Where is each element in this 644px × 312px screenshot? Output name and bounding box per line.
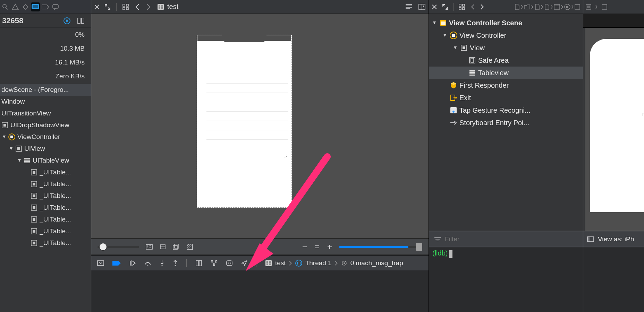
simulate-location-icon[interactable] [241, 260, 248, 267]
tree-uitableview-row[interactable]: UITableView [0, 155, 91, 166]
tree-cell-row[interactable]: _UITable... [0, 237, 91, 249]
outline-vc-row[interactable]: View Controller [429, 29, 583, 42]
grid-squares-icon[interactable] [122, 3, 129, 10]
tree-cell-row[interactable]: _UITable... [0, 166, 91, 178]
tree-cell-row[interactable]: _UITable... [0, 178, 91, 190]
outline-tableview-row[interactable]: Tableview [429, 67, 583, 79]
tree-transition-row[interactable]: UITransitionView [0, 107, 91, 119]
breakpoint-navigator-tab[interactable] [41, 2, 50, 11]
outline-entrypoint-row[interactable]: Storyboard Entry Poi... [429, 116, 583, 129]
toggle-debug-area-icon[interactable] [97, 260, 104, 266]
step-over-icon[interactable] [144, 260, 152, 267]
disclosure-triangle-icon[interactable] [8, 146, 14, 151]
svg-rect-116 [471, 58, 474, 62]
tree-cell-row[interactable]: _UITable... [0, 190, 91, 202]
stack-icon[interactable] [172, 243, 180, 250]
debug-navigator-tab[interactable] [31, 2, 40, 11]
sliver-canvas[interactable] [585, 28, 644, 246]
process-header-row[interactable]: 32658 [0, 14, 91, 28]
report-navigator-tab[interactable] [51, 2, 60, 11]
tree-uiview-row[interactable]: UIView [0, 143, 91, 155]
zoom-in-icon[interactable] [327, 244, 333, 250]
add-editor-icon[interactable] [418, 3, 426, 10]
tree-window-row[interactable]: Window [0, 96, 91, 107]
filter-icon[interactable] [434, 236, 441, 242]
forward-chevron-icon[interactable] [146, 3, 151, 10]
outline-safearea-row[interactable]: Safe Area [429, 54, 583, 67]
grid-squares-icon[interactable] [458, 3, 465, 10]
back-chevron-icon[interactable] [470, 4, 475, 10]
svg-rect-55 [146, 244, 152, 249]
breakpoints-toggle-icon[interactable] [112, 260, 121, 266]
hide-outline-icon[interactable] [587, 236, 594, 242]
find-navigator-tab[interactable] [1, 2, 10, 11]
layers-hatched-icon[interactable] [186, 243, 193, 250]
lldb-console[interactable]: (lldb) [429, 247, 583, 312]
resize-handle-icon[interactable] [284, 155, 287, 157]
network-stat-row[interactable]: Zero KB/s [0, 69, 91, 83]
zoom-slider[interactable] [339, 245, 422, 248]
test-navigator-tab[interactable] [21, 2, 30, 11]
debug-breadcrumb[interactable]: test Thread 1 0 mach_msg_trap [265, 259, 403, 267]
outline-exit-row[interactable]: Exit [429, 92, 583, 104]
close-tab-icon[interactable] [94, 4, 100, 10]
debug-view-hierarchy-icon[interactable] [195, 259, 203, 267]
tree-cell-row[interactable]: _UITable... [0, 214, 91, 225]
step-out-icon[interactable] [172, 260, 178, 267]
layer-slider[interactable] [98, 245, 139, 248]
selection-handle-icon[interactable] [643, 113, 644, 116]
outline-tapgesture-row[interactable]: Tap Gesture Recogni... [429, 104, 583, 116]
outline-view-row[interactable]: View [429, 42, 583, 54]
clip-content-icon[interactable] [145, 244, 153, 250]
svg-rect-71 [130, 261, 131, 266]
navigator-panel: 32658 0% 10.3 MB 16.1 MB/s Zero KB/s dow… [0, 0, 91, 312]
columns-icon[interactable] [77, 17, 85, 25]
bc-view-outline-icon[interactable] [601, 4, 608, 10]
outline-scene-row[interactable]: View Controller Scene [429, 17, 583, 29]
console-cursor [449, 250, 452, 258]
bc-scene-icon [554, 4, 560, 10]
compass-icon[interactable] [63, 17, 71, 25]
cpu-stat-row[interactable]: 0% [0, 28, 91, 42]
constraints-icon[interactable] [159, 244, 166, 250]
view-as-label[interactable]: View as: iPh [598, 235, 634, 243]
tree-cell-row[interactable]: _UITable... [0, 225, 91, 237]
disk-stat-row[interactable]: 16.1 MB/s [0, 55, 91, 69]
outline-breadcrumb[interactable] [514, 4, 580, 10]
issue-navigator-tab[interactable] [11, 2, 20, 11]
svg-rect-27 [33, 206, 35, 209]
back-chevron-icon[interactable] [135, 3, 140, 10]
close-tab-icon[interactable] [432, 4, 437, 10]
jump-bar-file[interactable]: test [157, 3, 178, 11]
outline-filter-input[interactable] [445, 235, 578, 243]
memory-graph-icon[interactable] [210, 260, 218, 267]
interface-builder-canvas[interactable] [91, 14, 429, 254]
zoom-fit-icon[interactable] [314, 244, 320, 250]
tree-cell-row[interactable]: _UITable... [0, 202, 91, 214]
disclosure-triangle-icon[interactable] [442, 34, 448, 37]
disclosure-triangle-icon[interactable] [432, 21, 437, 25]
sliver-device-preview[interactable] [590, 39, 644, 212]
disclosure-triangle-icon[interactable] [17, 158, 22, 163]
step-into-icon[interactable] [159, 260, 165, 267]
outline-firstresponder-row[interactable]: First Responder [429, 79, 583, 92]
memory-stat-row[interactable]: 10.3 MB [0, 42, 91, 55]
paragraph-lines-icon[interactable] [405, 3, 413, 10]
jump-bar-label: test [167, 3, 178, 11]
tree-dropshadow-row[interactable]: UIDropShadowView [0, 119, 91, 131]
device-preview[interactable] [197, 35, 292, 208]
tree-scene-row[interactable]: dowScene - (Foregro... [0, 84, 91, 96]
continue-execution-icon[interactable] [129, 260, 136, 267]
forward-chevron-icon[interactable] [480, 4, 485, 10]
disclosure-triangle-icon[interactable] [1, 134, 7, 140]
outline-tree: View Controller Scene View Controller Vi… [429, 14, 583, 132]
zoom-out-icon[interactable] [302, 244, 308, 250]
expand-icon[interactable] [104, 4, 111, 10]
debug-thread-label: Thread 1 [305, 259, 332, 267]
debug-variables-area[interactable] [91, 270, 429, 312]
environment-overrides-icon[interactable] [226, 260, 233, 267]
tree-viewcontroller-row[interactable]: ViewController [0, 131, 91, 143]
bc-view-inset-icon[interactable] [585, 4, 592, 10]
disclosure-triangle-icon[interactable] [452, 46, 458, 50]
expand-icon[interactable] [442, 4, 448, 10]
